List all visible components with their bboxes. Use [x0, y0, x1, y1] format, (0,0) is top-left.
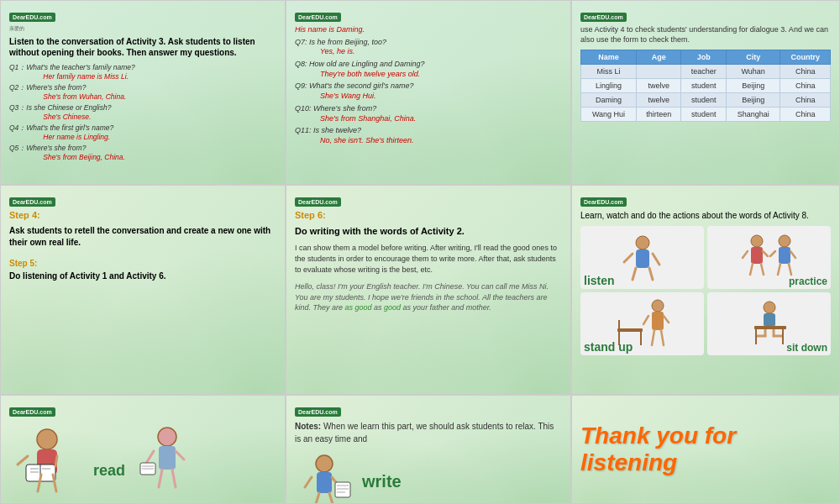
notes-text: Notes: When we learn this part, we shoul…: [295, 420, 562, 445]
svg-line-16: [778, 264, 780, 275]
svg-point-22: [652, 300, 664, 312]
table-intro: use Activity 4 to check students' unders…: [580, 25, 831, 45]
qa2-answer: She's from Shanghai, China.: [295, 114, 562, 124]
qa-pair: Q5： Where's she from? She's from Beijing…: [9, 144, 276, 162]
svg-line-9: [763, 251, 768, 256]
qa2-answer: She's Wang Hui.: [295, 92, 562, 102]
logo-8: DearEDU.com: [295, 407, 341, 417]
logo-5: DearEDU.com: [295, 197, 341, 207]
step5-content: Do listening of Activity 1 and Activity …: [9, 271, 276, 281]
qa2-question: Q7: Is he from Beijing, too?: [295, 38, 386, 46]
svg-point-0: [636, 236, 649, 249]
table-cell: teacher: [681, 65, 726, 79]
qa-pair: Q4： What's the first girl's name? Her na…: [9, 123, 276, 142]
svg-line-61: [316, 493, 319, 504]
svg-line-4: [633, 268, 636, 280]
qa-question: Where's she from?: [26, 83, 126, 92]
table-header: Country: [780, 50, 831, 65]
action-listen: listen: [580, 226, 704, 289]
svg-rect-7: [751, 247, 763, 264]
table-cell: China: [780, 108, 831, 122]
cell-notes: DearEDU.com Notes: When we learn this pa…: [286, 395, 571, 504]
qa-answer: She's from Beijing, China.: [26, 153, 125, 162]
table-cell: China: [780, 79, 831, 93]
activity8-header: Learn, watch and do the actions about th…: [580, 210, 831, 221]
action-sitdown: sit down: [707, 292, 831, 355]
svg-line-44: [18, 456, 28, 465]
step4-title: Step 4:: [9, 210, 276, 220]
cell-step4: DearEDU.com Step 4: Ask students to rete…: [0, 185, 286, 395]
qa-num: Q5：: [9, 144, 26, 162]
qa-list-2: Q7: Is he from Beijing, too? Yes, he is.…: [295, 38, 562, 146]
svg-line-3: [653, 254, 659, 265]
qa2-answer: No, she isn't. She's thirteen.: [295, 136, 562, 146]
qa-question: Where's she from?: [26, 144, 125, 153]
table-row: Wang HuithirteenstudentShanghaiChina: [581, 108, 831, 122]
qa-item: Q11: Is she twelve? No, she isn't. She's…: [295, 126, 562, 145]
step6-main-text: I can show them a model before writing. …: [295, 243, 562, 275]
logo-2: DearEDU.com: [295, 13, 341, 22]
logo-subtitle-1: 亲爱的: [9, 25, 276, 33]
table-cell: [637, 65, 681, 79]
svg-line-2: [624, 254, 633, 262]
svg-line-17: [789, 264, 791, 275]
svg-rect-34: [754, 326, 786, 329]
svg-rect-1: [636, 249, 649, 268]
qa2-question: Q11: Is she twelve?: [295, 126, 361, 134]
qa2-question: Q8: How old are Lingling and Daming?: [295, 60, 425, 68]
table-cell: Lingling: [581, 79, 637, 93]
svg-line-52: [159, 470, 162, 487]
table-cell: student: [681, 108, 726, 122]
qa2-answer: They're both twelve years old.: [295, 70, 562, 80]
svg-line-15: [790, 251, 795, 258]
cell-qa: DearEDU.com His name is Daming. Q7: Is h…: [286, 0, 571, 185]
qa-num: Q2：: [9, 83, 26, 102]
table-cell: twelve: [637, 79, 681, 93]
qa-answer: She's Chinese.: [26, 113, 111, 122]
table-cell: Shanghai: [726, 108, 780, 122]
svg-rect-29: [764, 313, 775, 327]
svg-line-14: [770, 251, 775, 256]
table-cell: Wuhan: [726, 65, 780, 79]
table-row: Miss LiteacherWuhanChina: [581, 65, 831, 79]
step4-content: Ask students to retell the conversation …: [9, 225, 276, 249]
svg-line-8: [743, 251, 748, 258]
table-header: Name: [581, 50, 637, 65]
qa-pair: Q1： What's the teacher's family name? He…: [9, 63, 276, 81]
cell-table: DearEDU.com use Activity 4 to check stud…: [571, 0, 840, 185]
svg-line-45: [55, 456, 57, 466]
svg-line-10: [750, 264, 753, 275]
qa-num: Q4：: [9, 123, 26, 142]
svg-line-24: [643, 316, 648, 324]
table-header: City: [726, 50, 780, 65]
cell-step6: DearEDU.com Step 6: Do writing with the …: [286, 185, 571, 395]
svg-rect-13: [779, 247, 790, 264]
practice-label: practice: [789, 276, 827, 287]
standup-label: stand up: [584, 340, 633, 354]
svg-point-48: [158, 428, 176, 446]
svg-rect-58: [317, 472, 332, 493]
svg-line-26: [652, 330, 654, 345]
qa-item: Q10: Where's she from? She's from Shangh…: [295, 104, 562, 123]
logo-4: DearEDU.com: [9, 197, 55, 207]
svg-line-51: [176, 451, 184, 459]
table-row: DamingtwelvestudentBeijingChina: [581, 93, 831, 108]
cell-read: DearEDU.com read: [0, 395, 286, 504]
svg-rect-63: [335, 482, 350, 497]
table-cell: Wang Hui: [581, 108, 637, 122]
svg-line-11: [761, 264, 764, 275]
qa-question: What's the first girl's name?: [26, 123, 113, 133]
svg-point-37: [37, 429, 57, 449]
write-label: write: [362, 472, 402, 491]
action-standup: stand up: [580, 292, 704, 355]
action-practice: practice: [707, 226, 831, 289]
table-cell: twelve: [637, 93, 681, 108]
qa-question: Is she Chinese or English?: [26, 103, 111, 113]
svg-line-53: [172, 470, 176, 487]
svg-rect-49: [159, 446, 176, 470]
qa-answer: Her family name is Miss Li.: [26, 72, 134, 81]
svg-line-62: [329, 493, 333, 504]
qa2-question: Q9: What's the second girl's name?: [295, 81, 414, 90]
table-cell: thirteen: [637, 108, 681, 122]
table-cell: Beijing: [726, 93, 780, 108]
